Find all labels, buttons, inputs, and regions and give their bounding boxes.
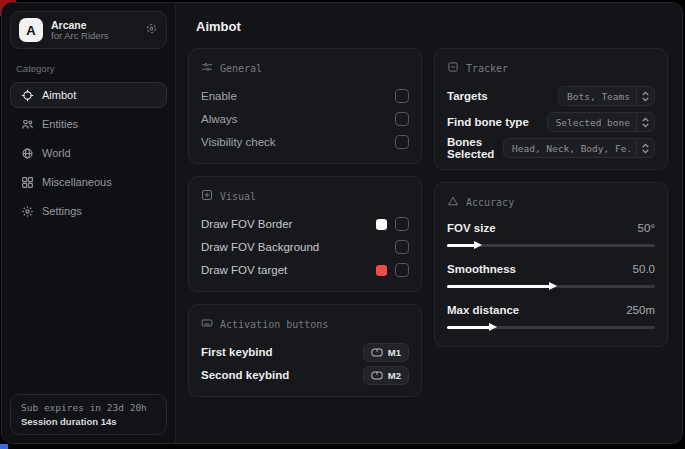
setting-row-smoothness: Smoothness 50.0 — [447, 260, 655, 291]
section-title: Activation buttons — [220, 319, 328, 330]
setting-row-find-bone-type: Find bone type Selected bone — [447, 111, 655, 133]
slider-thumb[interactable] — [474, 241, 482, 249]
mouse-icon — [371, 348, 383, 357]
arcane-window: A Arcane for Arc Riders Category Aimbot … — [1, 2, 683, 444]
setting-row-fov-size: FOV size 50° — [447, 219, 655, 250]
setting-row-first-keybind: First keybind M1 — [201, 341, 409, 363]
setting-row-visibility-check: Visibility check — [201, 131, 409, 153]
fov-size-value: 50° — [638, 222, 655, 234]
slider-thumb[interactable] — [549, 282, 557, 290]
section-title: Visual — [220, 191, 256, 202]
app-subtitle: for Arc Riders — [51, 31, 137, 42]
grid-icon — [20, 175, 34, 189]
gear-icon — [20, 204, 34, 218]
fov-target-color-swatch[interactable] — [376, 265, 387, 276]
chevron-up-down-icon — [636, 139, 654, 157]
general-section: General Enable Always Visibility check — [188, 48, 422, 164]
accuracy-section: Accuracy FOV size 50° — [434, 182, 668, 347]
sidebar-item-settings[interactable]: Settings — [10, 198, 167, 224]
page-title: Aimbot — [196, 19, 668, 34]
draw-fov-background-checkbox[interactable] — [395, 240, 409, 254]
sidebar-item-entities[interactable]: Entities — [10, 111, 167, 137]
max-distance-value: 250m — [626, 304, 655, 316]
slider-thumb[interactable] — [489, 323, 497, 331]
sidebar-item-label: Entities — [42, 118, 78, 130]
max-distance-slider[interactable] — [447, 322, 655, 332]
entities-icon — [20, 117, 34, 131]
first-keybind-button[interactable]: M1 — [363, 343, 409, 362]
setting-row-draw-fov-border: Draw FOV Border — [201, 213, 409, 235]
draw-fov-border-checkbox[interactable] — [395, 217, 409, 231]
sidebar-item-label: Miscellaneous — [42, 176, 112, 188]
activation-buttons-section: Activation buttons First keybind M1 Seco… — [188, 304, 422, 397]
sidebar-item-aimbot[interactable]: Aimbot — [10, 82, 167, 108]
sidebar-item-label: Settings — [42, 205, 82, 217]
smoothness-value: 50.0 — [633, 263, 655, 275]
desktop-background-blue — [0, 444, 8, 449]
app-logo: A — [19, 18, 43, 42]
setting-row-draw-fov-target: Draw FOV target — [201, 259, 409, 281]
eye-icon — [201, 189, 213, 203]
setting-row-enable: Enable — [201, 85, 409, 107]
setting-row-second-keybind: Second keybind M2 — [201, 364, 409, 386]
chevron-up-down-icon — [636, 113, 654, 131]
main-panel: Aimbot General Enable Alw — [176, 3, 682, 443]
smoothness-slider[interactable] — [447, 281, 655, 291]
fov-size-slider[interactable] — [447, 240, 655, 250]
enable-checkbox[interactable] — [395, 89, 409, 103]
section-title: Tracker — [466, 63, 508, 74]
subscription-status-card: Sub expires in 23d 20h Session duration … — [10, 394, 167, 435]
crosshair-icon — [20, 88, 34, 102]
sidebar-item-label: World — [42, 147, 71, 159]
tracker-section: Tracker Targets Bots, Teams Find bone ty… — [434, 48, 668, 170]
section-title: Accuracy — [466, 197, 514, 208]
setting-row-always: Always — [201, 108, 409, 130]
sidebar-item-world[interactable]: World — [10, 140, 167, 166]
category-label: Category — [16, 63, 167, 74]
setting-row-targets: Targets Bots, Teams — [447, 85, 655, 107]
mouse-icon — [371, 371, 383, 380]
sub-expires-text: Sub expires in 23d 20h — [21, 402, 156, 413]
visibility-check-checkbox[interactable] — [395, 135, 409, 149]
setting-row-draw-fov-background: Draw FOV Background — [201, 236, 409, 258]
sidebar-item-label: Aimbot — [42, 89, 76, 101]
setting-row-bones-selected: Bones Selected Head, Neck, Body, Fe.. — [447, 137, 655, 159]
draw-fov-target-checkbox[interactable] — [395, 263, 409, 277]
sidebar-item-miscellaneous[interactable]: Miscellaneous — [10, 169, 167, 195]
fov-border-color-swatch[interactable] — [376, 219, 387, 230]
globe-icon — [20, 146, 34, 160]
section-title: General — [220, 63, 262, 74]
brand-card: A Arcane for Arc Riders — [10, 11, 167, 49]
session-duration-text: Session duration 14s — [21, 416, 156, 427]
targets-select[interactable]: Bots, Teams — [558, 86, 655, 106]
sidebar: A Arcane for Arc Riders Category Aimbot … — [2, 3, 176, 443]
second-keybind-button[interactable]: M2 — [363, 366, 409, 385]
visual-section: Visual Draw FOV Border Draw FOV Backgrou… — [188, 176, 422, 292]
triangle-icon — [447, 195, 459, 209]
minus-square-icon — [447, 61, 459, 75]
find-bone-type-select[interactable]: Selected bone — [547, 112, 655, 132]
bones-selected-select[interactable]: Head, Neck, Body, Fe.. — [503, 138, 655, 158]
app-name: Arcane — [51, 19, 137, 31]
always-checkbox[interactable] — [395, 112, 409, 126]
chevron-up-down-icon — [636, 87, 654, 105]
sliders-icon — [201, 61, 213, 75]
keyboard-icon — [201, 317, 213, 331]
setting-row-max-distance: Max distance 250m — [447, 301, 655, 332]
refresh-icon[interactable] — [145, 22, 158, 38]
